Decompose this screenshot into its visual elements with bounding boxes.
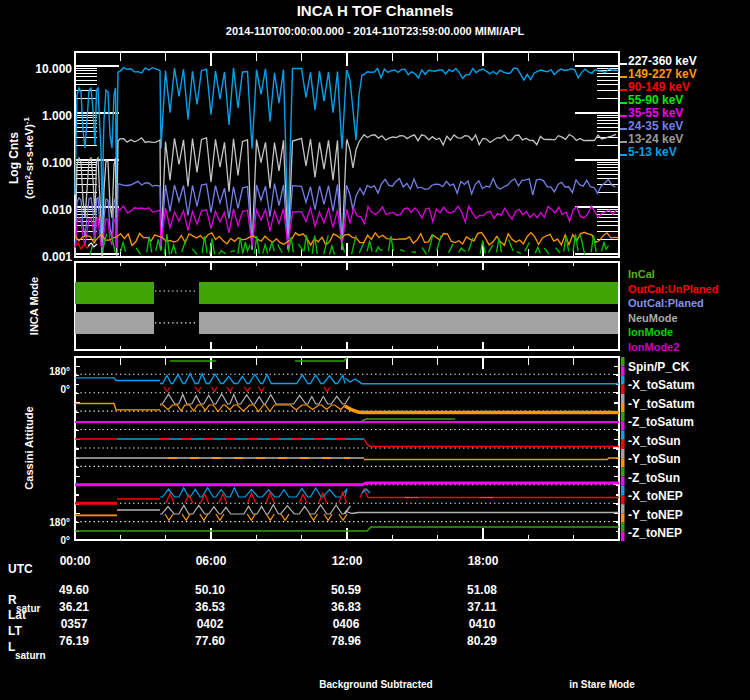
svg-text:-Y_toNEP: -Y_toNEP	[628, 508, 683, 522]
svg-text:0406: 0406	[333, 617, 360, 631]
svg-text:-X_toSun: -X_toSun	[628, 434, 681, 448]
svg-text:90-149 keV: 90-149 keV	[628, 80, 690, 94]
svg-text:(cm2-sr-s-keV)-1: (cm2-sr-s-keV)-1	[22, 117, 35, 199]
svg-text:0°: 0°	[60, 384, 70, 395]
svg-text:0.010: 0.010	[42, 203, 72, 217]
svg-text:35-55 keV: 35-55 keV	[628, 106, 683, 120]
svg-text:00:00: 00:00	[60, 554, 91, 568]
svg-text:IonMode: IonMode	[628, 326, 673, 338]
svg-text:1.000: 1.000	[42, 109, 72, 123]
svg-text:-X_toNEP: -X_toNEP	[628, 489, 683, 503]
svg-text:50.10: 50.10	[195, 583, 225, 597]
svg-text:37.11: 37.11	[467, 600, 497, 614]
svg-text:0.100: 0.100	[42, 156, 72, 170]
svg-text:06:00: 06:00	[196, 554, 227, 568]
svg-text:149-227 keV: 149-227 keV	[628, 67, 697, 81]
svg-text:55-90 keV: 55-90 keV	[628, 93, 683, 107]
svg-text:78.96: 78.96	[331, 634, 361, 648]
svg-text:5-13 keV: 5-13 keV	[628, 145, 677, 159]
svg-text:-Y_toSun: -Y_toSun	[628, 452, 681, 466]
svg-text:227-360 keV: 227-360 keV	[628, 54, 697, 68]
svg-text:0357: 0357	[61, 617, 88, 631]
svg-text:36.21: 36.21	[59, 600, 89, 614]
svg-text:saturn: saturn	[15, 650, 46, 661]
svg-text:NeuMode: NeuMode	[628, 312, 678, 324]
svg-text:Spin/P_CK: Spin/P_CK	[628, 360, 690, 374]
svg-text:INCA Mode: INCA Mode	[28, 277, 40, 335]
svg-text:Log Cnts: Log Cnts	[7, 132, 21, 184]
svg-text:0°: 0°	[60, 535, 70, 546]
svg-text:0410: 0410	[469, 617, 496, 631]
svg-text:13-24 keV: 13-24 keV	[628, 132, 683, 146]
svg-text:-Y_toSatum: -Y_toSatum	[628, 397, 695, 411]
svg-text:0402: 0402	[197, 617, 224, 631]
svg-text:OutCal:UnPlaned: OutCal:UnPlaned	[628, 283, 718, 295]
svg-text:Lat: Lat	[8, 608, 26, 622]
svg-text:76.19: 76.19	[59, 634, 89, 648]
svg-text:Cassini Attitude: Cassini Attitude	[23, 406, 35, 489]
svg-text:-X_toSatum: -X_toSatum	[628, 378, 695, 392]
svg-text:INCA H TOF Channels: INCA H TOF Channels	[297, 2, 454, 19]
svg-text:-Z_toNEP: -Z_toNEP	[628, 526, 682, 540]
svg-text:-Z_toSun: -Z_toSun	[628, 471, 680, 485]
svg-text:77.60: 77.60	[195, 634, 225, 648]
svg-text:50.59: 50.59	[331, 583, 361, 597]
svg-text:24-35 keV: 24-35 keV	[628, 119, 683, 133]
svg-text:12:00: 12:00	[332, 554, 363, 568]
svg-text:80.29: 80.29	[467, 634, 497, 648]
svg-text:18:00: 18:00	[468, 554, 499, 568]
svg-text:OutCal:Planed: OutCal:Planed	[628, 297, 704, 309]
svg-text:36.53: 36.53	[195, 600, 225, 614]
svg-text:49.60: 49.60	[59, 583, 89, 597]
svg-text:IonMode2: IonMode2	[628, 341, 679, 353]
svg-text:51.08: 51.08	[467, 583, 497, 597]
svg-text:UTC: UTC	[8, 562, 33, 576]
svg-text:180°: 180°	[49, 517, 70, 528]
svg-text:InCal: InCal	[628, 268, 655, 280]
svg-text:in Stare Mode: in Stare Mode	[569, 679, 635, 690]
svg-text:2014-110T00:00:00.000 - 2014-1: 2014-110T00:00:00.000 - 2014-110T23:59:0…	[226, 25, 525, 37]
svg-text:LT: LT	[8, 624, 22, 638]
svg-text:-Z_toSatum: -Z_toSatum	[628, 415, 694, 429]
svg-text:180°: 180°	[49, 366, 70, 377]
svg-text:0.001: 0.001	[42, 250, 72, 264]
svg-text:10.000: 10.000	[35, 62, 72, 76]
svg-text:36.83: 36.83	[331, 600, 361, 614]
svg-text:Background Subtracted: Background Subtracted	[319, 679, 432, 690]
